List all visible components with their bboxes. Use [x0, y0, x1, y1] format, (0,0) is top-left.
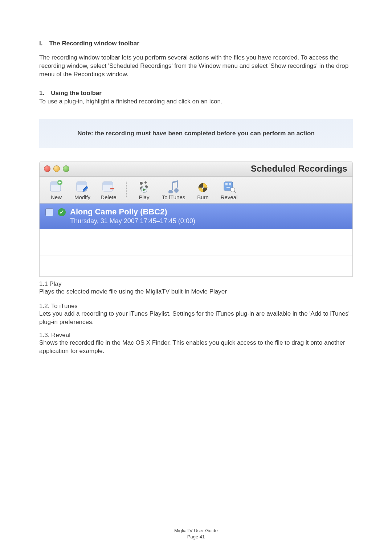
burn-button[interactable]: Burn [190, 179, 216, 200]
recording-title: Along Came Polly (BBC2) [70, 207, 195, 217]
new-button[interactable]: New [43, 179, 69, 200]
traffic-lights [44, 165, 69, 172]
toolbar-group-actions: Play To iTunes Burn [131, 179, 242, 200]
svg-rect-7 [110, 188, 114, 189]
subsection-number: 1. [39, 90, 44, 97]
item-itunes-desc: Lets you add a recording to your iTunes … [39, 310, 353, 327]
document-page: I.The Recording window toolbar The recor… [0, 0, 392, 355]
zoom-icon[interactable] [63, 165, 69, 172]
item-itunes-label: 1.2. To iTunes [39, 303, 353, 310]
svg-rect-6 [103, 182, 113, 185]
svg-rect-16 [225, 183, 228, 185]
reveal-button[interactable]: Reveal [216, 179, 242, 200]
new-label: New [51, 194, 62, 200]
modify-label: Modify [74, 194, 90, 200]
delete-button[interactable]: Delete [95, 179, 122, 200]
note-box: Note: the recording must have been compl… [39, 119, 353, 148]
reveal-label: Reveal [221, 194, 238, 200]
recording-subtitle: Thursday, 31 May 2007 17:45–17:45 (0:00) [70, 217, 195, 225]
section-title: The Recording window toolbar [49, 40, 139, 47]
svg-point-8 [140, 182, 143, 185]
footer-page-number: Page 41 [0, 534, 392, 539]
calendar-new-icon [48, 179, 65, 193]
recording-texts: Along Came Polly (BBC2) Thursday, 31 May… [70, 207, 195, 225]
play-label: Play [139, 194, 149, 200]
svg-line-20 [234, 191, 236, 193]
close-icon[interactable] [44, 165, 50, 172]
note-text: Note: the recording must have been compl… [77, 130, 315, 137]
window-toolbar: New Modify Delete [40, 177, 352, 204]
modify-button[interactable]: Modify [69, 179, 95, 200]
window-titlebar: Scheduled Recordings [40, 161, 352, 177]
item-reveal-label: 1.3. Reveal [39, 332, 353, 339]
subsection-title: Using the toolbar [51, 90, 102, 97]
reveal-icon [221, 179, 237, 193]
section-number: I. [39, 40, 42, 47]
window-title: Scheduled Recordings [251, 164, 347, 174]
completed-check-icon: ✓ [58, 208, 66, 216]
itunes-icon [165, 179, 182, 193]
scheduled-recordings-window: Scheduled Recordings New Modify [39, 161, 353, 277]
delete-label: Delete [101, 194, 116, 200]
item-reveal-desc: Shows the recorded file in the Mac OS X … [39, 339, 353, 356]
to-itunes-button[interactable]: To iTunes [157, 179, 190, 200]
subsection-desc: To use a plug-in, highlight a finished r… [39, 98, 353, 106]
svg-rect-4 [77, 182, 87, 185]
toolbar-separator [126, 181, 127, 198]
calendar-modify-icon [74, 179, 91, 193]
to-itunes-label: To iTunes [162, 194, 185, 200]
burn-icon [195, 179, 211, 193]
recording-row-selected[interactable]: ✓ Along Came Polly (BBC2) Thursday, 31 M… [40, 204, 352, 229]
page-footer: MigliaTV User Guide Page 41 [0, 528, 392, 539]
svg-point-9 [144, 181, 147, 184]
burn-label: Burn [197, 194, 209, 200]
play-button[interactable]: Play [131, 179, 157, 200]
intro-paragraph: The recording window toolbar lets you pe… [39, 54, 353, 79]
recordings-list: ✓ Along Came Polly (BBC2) Thursday, 31 M… [40, 204, 352, 276]
empty-list-area [40, 229, 352, 255]
status-strip [40, 255, 352, 276]
section-heading: I.The Recording window toolbar [39, 40, 353, 47]
calendar-delete-icon [100, 179, 117, 193]
minimize-icon[interactable] [53, 165, 60, 172]
svg-rect-17 [229, 183, 231, 185]
footer-guide-title: MigliaTV User Guide [0, 528, 392, 533]
play-icon [136, 179, 152, 193]
item-play-label: 1.1 Play [39, 280, 353, 288]
item-play-desc: Plays the selected movie file using the … [39, 288, 353, 296]
subsection-heading: 1.Using the toolbar [39, 90, 353, 97]
stop-icon[interactable] [45, 208, 53, 216]
toolbar-group-edit: New Modify Delete [43, 179, 122, 200]
svg-rect-18 [226, 187, 230, 188]
